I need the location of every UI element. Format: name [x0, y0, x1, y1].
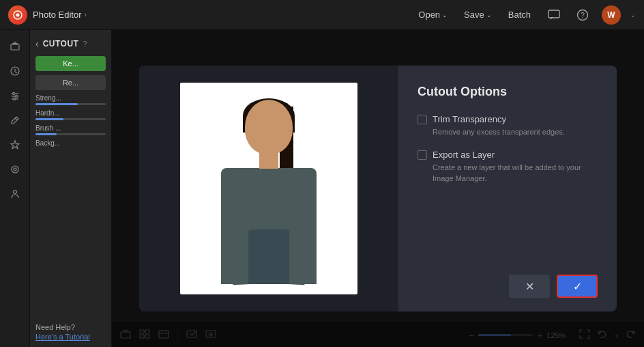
dialog-confirm-button[interactable]: ✓: [557, 275, 598, 298]
tool-title: CUTOUT: [43, 39, 79, 48]
svg-rect-5: [11, 44, 19, 50]
avatar-chevron: ⌄: [630, 12, 636, 18]
sidebar-icon-person[interactable]: [4, 183, 26, 205]
export-layer-desc: Create a new layer that will be added to…: [433, 163, 598, 184]
svg-rect-2: [548, 10, 559, 18]
back-button[interactable]: ‹: [35, 38, 39, 49]
hardness-label: Hardn...: [35, 109, 106, 117]
person-neck: [259, 152, 278, 169]
brush-slider[interactable]: [35, 133, 106, 135]
svg-point-13: [15, 95, 18, 98]
keep-button[interactable]: Ke...: [35, 56, 106, 71]
trim-transparency-label: Trim Transparency: [433, 114, 506, 124]
dialog-cancel-button[interactable]: ✕: [509, 275, 550, 298]
sidebar-icon-brush[interactable]: [4, 109, 26, 131]
need-help-label: Need Help?: [35, 323, 106, 331]
trim-transparency-desc: Remove any excess transparent edges.: [433, 127, 598, 137]
open-button[interactable]: Open ⌄: [418, 10, 448, 20]
background-label: Backg...: [35, 139, 106, 147]
strength-slider[interactable]: [35, 103, 106, 105]
brush-control: Brush ...: [35, 124, 106, 135]
help-button[interactable]: ?: [83, 40, 87, 48]
remove-button[interactable]: Re...: [35, 75, 106, 90]
sidebar-icon-clone[interactable]: [4, 158, 26, 180]
sidebar-icon-layers[interactable]: [4, 36, 26, 57]
person-head: [245, 100, 293, 154]
svg-rect-7: [14, 42, 16, 43]
brush-label: Brush ...: [35, 124, 106, 132]
sidebar-icon-effects[interactable]: [4, 134, 26, 156]
strength-control: Streng...: [35, 94, 106, 105]
export-layer-label: Export as Layer: [433, 150, 495, 160]
app-title: Photo Editor: [33, 10, 82, 20]
batch-button[interactable]: Batch: [508, 10, 531, 20]
dialog-footer: ✕ ✓: [418, 264, 598, 298]
canvas-area: Cutout Options Trim Transparency Remove …: [112, 30, 644, 347]
svg-point-1: [16, 13, 20, 16]
svg-text:?: ?: [581, 12, 585, 19]
person-inner: [248, 230, 289, 284]
user-avatar[interactable]: W: [602, 5, 621, 25]
export-layer-checkbox[interactable]: [418, 150, 427, 160]
dialog-preview: [139, 66, 398, 311]
hardness-control: Hardn...: [35, 109, 106, 120]
cutout-options-dialog: Cutout Options Trim Transparency Remove …: [139, 66, 617, 311]
topbar-right: ? W ⌄: [544, 5, 636, 25]
svg-point-15: [12, 166, 18, 173]
hardness-slider[interactable]: [35, 118, 106, 120]
background-control: Backg...: [35, 139, 106, 147]
sidebar-icon-adjustments[interactable]: [4, 85, 26, 107]
dialog-options: Cutout Options Trim Transparency Remove …: [398, 66, 617, 311]
svg-rect-6: [12, 43, 18, 44]
app-title-chevron: ›: [85, 11, 87, 18]
svg-point-12: [12, 92, 15, 95]
tool-header: ‹ CUTOUT ?: [35, 36, 106, 52]
strength-label: Streng...: [35, 94, 106, 102]
topbar: Photo Editor › Open ⌄ Save ⌄ Batch ?: [0, 0, 644, 30]
help-icon-button[interactable]: ?: [573, 5, 592, 25]
trim-transparency-checkbox[interactable]: [418, 115, 427, 124]
export-layer-row: Export as Layer: [418, 150, 598, 160]
dialog-title: Cutout Options: [418, 85, 598, 99]
cancel-icon: ✕: [525, 280, 534, 293]
main-layout: ‹ CUTOUT ? Ke... Re... Streng... Hardn..…: [0, 30, 644, 347]
svg-point-17: [13, 191, 16, 194]
modal-overlay: Cutout Options Trim Transparency Remove …: [112, 30, 644, 347]
svg-point-16: [14, 168, 16, 171]
save-button[interactable]: Save ⌄: [464, 10, 492, 20]
confirm-icon: ✓: [573, 280, 582, 293]
app-logo[interactable]: [8, 5, 27, 25]
sidebar-icon-history[interactable]: [4, 60, 26, 82]
export-layer-option: Export as Layer Create a new layer that …: [418, 150, 598, 184]
tutorial-link[interactable]: Here's a Tutorial: [35, 333, 90, 341]
svg-point-14: [13, 98, 16, 100]
trim-transparency-row: Trim Transparency: [418, 114, 598, 124]
tool-panel: ‹ CUTOUT ? Ke... Re... Streng... Hardn..…: [30, 30, 112, 347]
trim-transparency-option: Trim Transparency Remove any excess tran…: [418, 114, 598, 137]
preview-image: [180, 83, 357, 294]
chat-icon-button[interactable]: [544, 5, 564, 25]
person-figure: [201, 93, 337, 284]
person-body: [221, 168, 317, 284]
sidebar-icons: [0, 30, 30, 347]
topbar-actions: Open ⌄ Save ⌄ Batch: [418, 10, 531, 20]
